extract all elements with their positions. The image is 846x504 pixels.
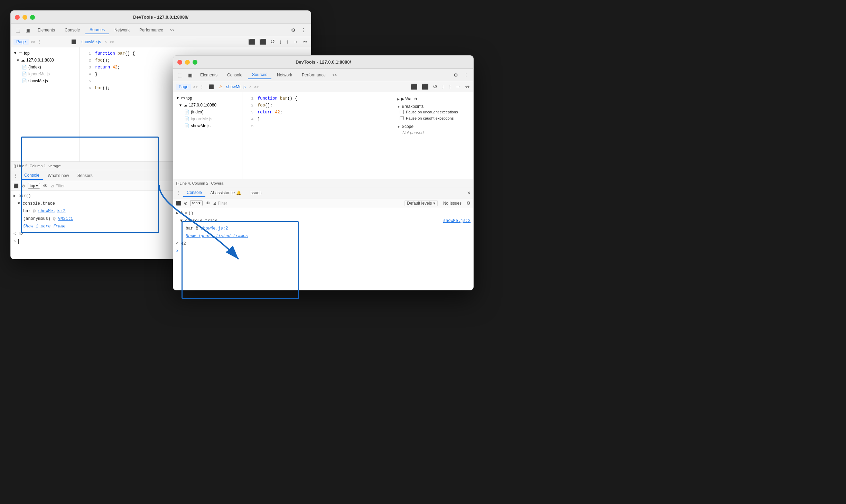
split-icon-front[interactable]: ⬛ [422, 83, 429, 90]
pause-uncaught-checkbox-front[interactable] [400, 110, 404, 114]
file-showme-label-back: showMe.js [28, 78, 48, 83]
top-label-back: top [24, 51, 30, 56]
file-ignoreme-back[interactable]: 📄 ignoreMe.js [11, 71, 80, 77]
top-dropdown-front[interactable]: top ▾ [190, 200, 203, 206]
tab-inspector-front[interactable]: ⬚ [176, 71, 185, 79]
showme-link-right-front[interactable]: showMe.js:2 [443, 218, 471, 224]
tab-inspector-back[interactable]: ⬚ [13, 26, 22, 34]
pause-uncaught-label-front: Pause on uncaught exceptions [406, 110, 458, 114]
file-more-back[interactable]: >> [110, 40, 114, 44]
top-label-front: top [186, 96, 192, 101]
file-index-front[interactable]: 📄 (index) [173, 109, 242, 115]
cloud-icon-back: ☁ [21, 58, 25, 63]
run-icon-back[interactable]: ↺ [270, 38, 275, 45]
file-tree-top-back[interactable]: ▼ ▭ top [11, 49, 80, 57]
step-over-front[interactable]: → [455, 84, 461, 90]
step-icon-front[interactable]: ↓ [441, 84, 444, 90]
tab-network-back[interactable]: Network [110, 26, 134, 34]
tab-elements-back[interactable]: Elements [34, 26, 59, 34]
watch-title-front[interactable]: ▶ ▶ Watch [397, 96, 471, 101]
file-close-front[interactable]: × [249, 84, 252, 89]
settings-icon-console-front[interactable]: ⚙ [466, 200, 471, 206]
minimize-button-back[interactable] [22, 15, 27, 20]
deactivate-icon-front[interactable]: ↛ [465, 83, 470, 90]
filter-label-front: Filter [218, 201, 227, 206]
file-tab-front[interactable]: showMe.js [226, 84, 246, 89]
file-close-back[interactable]: × [104, 39, 107, 44]
file-doc-icon-back: 📄 [22, 65, 27, 69]
console-dots-icon-back[interactable]: ⋮ [13, 173, 18, 178]
file-ignoreme-icon-front: 📄 [184, 116, 189, 121]
tab-responsive-front[interactable]: ▣ [186, 71, 195, 79]
tab-more-back[interactable]: >> [169, 28, 176, 32]
step-over-back[interactable]: → [293, 39, 298, 45]
settings-icon-back[interactable]: ⚙ [289, 26, 298, 34]
tab-console-back[interactable]: Console [61, 26, 84, 34]
scope-title-front[interactable]: ▼ Scope [397, 124, 471, 129]
ai-tab-front[interactable]: AI assistance 🔔 [207, 189, 245, 197]
close-button-back[interactable] [15, 15, 20, 20]
file-doc-icon-front: 📄 [184, 110, 189, 114]
clear-btn-front[interactable]: ⊘ [184, 201, 187, 206]
tab-performance-front[interactable]: Performance [298, 71, 330, 79]
code-line-1-front: 1 function bar() { [242, 95, 394, 102]
tab-sources-front[interactable]: Sources [248, 71, 271, 79]
settings-icon-front[interactable]: ⚙ [452, 71, 460, 79]
watch-label-front: ▶ Watch [401, 96, 417, 101]
breakpoints-title-front[interactable]: ▼ Breakpoints [397, 104, 471, 109]
step-out-back[interactable]: ↑ [286, 39, 289, 45]
sidebar-toggle-back[interactable]: ⬛ [71, 39, 76, 44]
menu-icon-back[interactable]: ⋮ [299, 26, 308, 34]
file-tree-top-front[interactable]: ▼ ▭ top [173, 94, 242, 102]
console-close-front[interactable]: ✕ [467, 190, 471, 195]
tab-console-front[interactable]: Console [223, 71, 247, 79]
tab-network-front[interactable]: Network [273, 71, 296, 79]
issues-tab-front[interactable]: Issues [246, 189, 265, 197]
page-more-back[interactable]: >> [31, 40, 35, 44]
page-label-front[interactable]: Page [176, 84, 191, 90]
arrow-icon-front: ▼ [176, 96, 179, 100]
format-icon-front[interactable]: ⬛ [411, 83, 418, 90]
status-text-front: {} Line 4, Column 2 [176, 181, 208, 185]
format-icon-back[interactable]: ⬛ [248, 38, 255, 45]
page-more-front[interactable]: >> [193, 85, 198, 89]
file-tab-back[interactable]: showMe.js [81, 39, 101, 44]
file-ignoreme-front[interactable]: 📄 ignoreMe.js [173, 115, 242, 122]
deactivate-icon-back[interactable]: ↛ [303, 38, 307, 45]
window-title-front: DevTools - 127.0.0.1:8080/ [296, 59, 351, 65]
file-showme-icon-back: 📄 [22, 78, 27, 83]
tab-responsive-back[interactable]: ▣ [24, 26, 32, 34]
file-tree-server-front[interactable]: ▼ ☁ 127.0.0.1:8080 [173, 102, 242, 109]
sidebar-toggle-front[interactable]: ⬛ [209, 84, 214, 89]
sidebar-btn-front[interactable]: ⬛ [176, 201, 181, 206]
console-tab-front[interactable]: Console [183, 189, 205, 197]
sidebar-btn-back[interactable]: ⬛ [13, 184, 19, 188]
run-icon-front[interactable]: ↺ [433, 83, 437, 90]
pause-caught-checkbox-front[interactable] [400, 116, 404, 120]
code-line-5-front: 5 [242, 123, 394, 130]
watch-section-front: ▶ ▶ Watch [394, 95, 473, 103]
eye-icon-front[interactable]: 👁 [205, 200, 210, 206]
file-tree-server-back[interactable]: ▼ ☁ 127.0.0.1:8080 [11, 57, 80, 64]
tab-more-front[interactable]: >> [331, 73, 338, 77]
console-dots-icon-front[interactable]: ⋮ [176, 190, 180, 195]
maximize-button-front[interactable] [193, 60, 197, 65]
tab-elements-front[interactable]: Elements [196, 71, 222, 79]
menu-icon-front[interactable]: ⋮ [462, 71, 471, 79]
default-levels-front[interactable]: Default levels ▾ [405, 200, 437, 206]
step-out-front[interactable]: ↑ [448, 84, 451, 90]
maximize-button-back[interactable] [30, 15, 35, 20]
close-button-front[interactable] [177, 60, 182, 65]
file-showme-front[interactable]: 📄 showMe.js [173, 122, 242, 129]
page-label-back[interactable]: Page [13, 39, 29, 45]
file-showme-back[interactable]: 📄 showMe.js [11, 77, 80, 84]
file-index-back[interactable]: 📄 (index) [11, 64, 80, 71]
tab-sources-back[interactable]: Sources [85, 26, 109, 34]
step-icon-back[interactable]: ↓ [279, 39, 282, 45]
sources-main-front: ▼ ▭ top ▼ ☁ 127.0.0.1:8080 📄 (index) 📄 i… [173, 92, 473, 179]
minimize-button-front[interactable] [185, 60, 190, 65]
tab-performance-back[interactable]: Performance [135, 26, 167, 34]
file-more-front[interactable]: >> [254, 85, 259, 89]
file-index-label-back: (index) [28, 65, 41, 69]
split-icon-back[interactable]: ⬛ [259, 38, 266, 45]
